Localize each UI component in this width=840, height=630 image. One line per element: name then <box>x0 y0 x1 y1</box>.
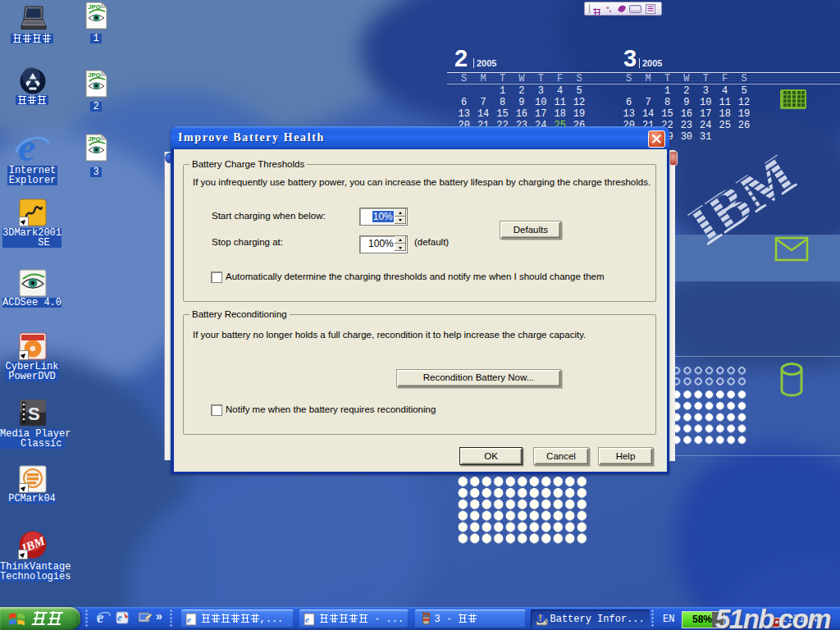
svg-text:e: e <box>18 130 36 166</box>
svg-text:e: e <box>117 611 122 623</box>
svg-text:e: e <box>187 614 191 624</box>
svg-text:S: S <box>28 404 40 424</box>
svg-text:!: ! <box>539 614 541 623</box>
svg-text:e: e <box>305 614 309 624</box>
